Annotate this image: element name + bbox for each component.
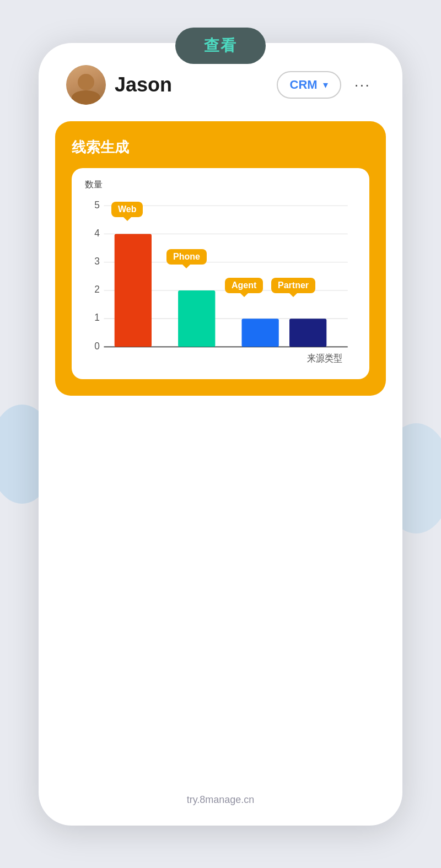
phone-frame: 查看 Jason CRM ▾ ··· 线索生成 数量 — [39, 43, 402, 826]
svg-text:1: 1 — [94, 311, 100, 323]
chart-card-inner: 数量 5 4 3 — [72, 168, 369, 379]
tooltip-agent: Agent — [225, 278, 263, 293]
bar-agent — [241, 319, 278, 347]
chart-area: 5 4 3 2 1 0 — [83, 194, 358, 370]
bar-web — [115, 234, 152, 347]
footer-url: try.8manage.cn — [187, 794, 255, 806]
tooltip-phone: Phone — [166, 249, 207, 265]
bar-phone — [178, 290, 215, 346]
crm-label: CRM — [290, 78, 318, 92]
user-name: Jason — [115, 73, 268, 96]
chart-card-outer: 线索生成 数量 5 — [55, 121, 386, 396]
y-axis-label: 数量 — [85, 179, 358, 191]
chart-card-title: 线索生成 — [72, 138, 369, 157]
tooltip-partner: Partner — [271, 278, 315, 293]
chart-card-wrapper: 线索生成 数量 5 — [39, 121, 402, 396]
svg-text:0: 0 — [94, 339, 100, 351]
svg-text:来源类型: 来源类型 — [307, 352, 342, 364]
bar-partner — [289, 319, 326, 347]
view-button[interactable]: 查看 — [175, 28, 266, 64]
avatar — [66, 65, 106, 105]
avatar-image — [66, 65, 106, 105]
page-wrapper: 查看 Jason CRM ▾ ··· 线索生成 数量 — [0, 0, 441, 868]
more-options-button[interactable]: ··· — [350, 76, 375, 94]
tooltip-web: Web — [111, 202, 143, 217]
chevron-down-icon: ▾ — [323, 79, 328, 91]
svg-text:2: 2 — [94, 283, 100, 295]
svg-text:3: 3 — [94, 255, 100, 267]
crm-dropdown[interactable]: CRM ▾ — [277, 71, 341, 99]
svg-text:5: 5 — [94, 198, 100, 210]
svg-text:4: 4 — [94, 226, 100, 238]
